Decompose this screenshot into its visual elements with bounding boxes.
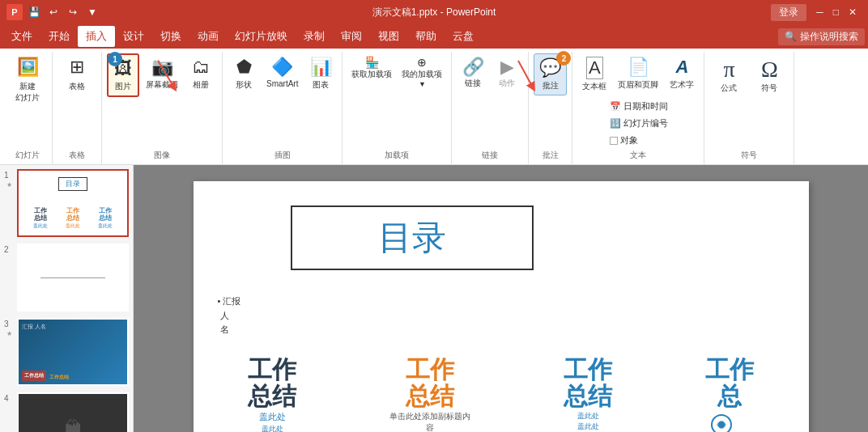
textbox-icon: A	[586, 57, 603, 79]
table-button[interactable]: ⊞ 表格	[57, 53, 96, 95]
new-slide-button[interactable]: 🖼️ 新建 幻灯片	[8, 53, 47, 107]
object-checkbox-icon	[610, 137, 618, 145]
menu-bar: 文件 开始 插入 设计 切换 动画 幻灯片放映 录制 审阅 视图 帮助 云盘 🔍…	[0, 24, 868, 49]
symbol-button[interactable]: Ω 符号	[750, 53, 789, 97]
redo-button[interactable]: ↪	[65, 4, 81, 20]
table-group-label: 表格	[69, 148, 85, 163]
ribbon-group-symbols: π 公式 Ω 符号 符号	[704, 52, 794, 164]
illustrations-group-label: 插图	[274, 148, 291, 163]
chart-icon: 📊	[310, 57, 332, 78]
slide-number-button[interactable]: 🔢 幻灯片编号	[605, 116, 673, 131]
ribbon-group-images: 1 🖼 图片 📷 屏幕截图 🗂 相册 图像	[102, 52, 223, 164]
addins-group-label: 加载项	[385, 148, 409, 163]
table-buttons: ⊞ 表格	[57, 53, 96, 148]
link-button[interactable]: 🔗 链接	[457, 53, 489, 92]
comment-badge: 2	[556, 51, 571, 66]
album-button[interactable]: 🗂 相册	[185, 53, 217, 94]
menu-cloud[interactable]: 云盘	[445, 26, 482, 47]
shapes-button[interactable]: ⬟ 形状	[228, 53, 260, 94]
album-icon: 🗂	[192, 57, 210, 78]
addins-buttons: 🏪 获取加载项 ⊕ 我的加载项 ▼	[347, 53, 446, 148]
work-item-3: 工作总结 盖此处 盖此处	[564, 356, 612, 432]
symbol-icon: Ω	[761, 57, 778, 83]
slide-number-icon: 🔢	[610, 118, 621, 129]
menu-transitions[interactable]: 切换	[152, 26, 189, 47]
menu-design[interactable]: 设计	[115, 26, 152, 47]
date-time-button[interactable]: 📅 日期和时间	[605, 99, 673, 114]
work-title-3: 工作总结	[564, 356, 612, 409]
menu-animations[interactable]: 动画	[189, 26, 227, 47]
textbox-button[interactable]: A 文本框	[577, 53, 611, 95]
menu-slideshow[interactable]: 幻灯片放映	[227, 26, 296, 47]
maximize-button[interactable]: □	[828, 6, 844, 18]
menu-help[interactable]: 帮助	[407, 26, 445, 47]
slide-title-text: 目录	[378, 215, 446, 260]
menu-view[interactable]: 视图	[370, 26, 407, 47]
slide-number-2: 2	[4, 244, 14, 254]
date-icon: 📅	[610, 101, 621, 112]
menu-record[interactable]: 录制	[296, 26, 333, 47]
menu-insert[interactable]: 插入	[78, 26, 115, 47]
work-title-4: 工作总	[705, 356, 754, 409]
window-title: 演示文稿1.pptx - PowerPoint	[372, 6, 496, 19]
menu-file[interactable]: 文件	[3, 26, 40, 47]
app-icon: P	[6, 4, 23, 20]
action-button[interactable]: ▶ 动作	[491, 53, 523, 92]
slides-buttons: 🖼️ 新建 幻灯片	[8, 53, 47, 148]
save-button[interactable]: 💾	[26, 4, 42, 20]
slide-canvas[interactable]: 目录 • 汇报 人 名 工作总结 盖此处 盖此处 工作总结 单击此处添加副标题内…	[194, 181, 809, 432]
minimize-button[interactable]: ─	[811, 6, 828, 18]
menu-review[interactable]: 审阅	[333, 26, 370, 47]
comments-group-label: 批注	[542, 148, 559, 163]
screenshot-icon: 📷	[151, 57, 173, 78]
text-buttons: A 文本框 📄 页眉和页脚 A 艺术字	[577, 53, 699, 95]
slide-image-3[interactable]: 汇报 人名 工作总结 工作总结	[17, 318, 129, 386]
work-item-4: 工作总 极光下载www.xz7.com	[705, 356, 754, 432]
slide-thumb-2[interactable]: 2	[4, 244, 129, 311]
picture-button[interactable]: 1 🖼 图片	[107, 53, 139, 97]
slide2-line	[40, 277, 105, 278]
svg-point-5	[718, 421, 725, 428]
work-items-row: 工作总结 盖此处 盖此处 工作总结 单击此处添加副标题内容 盖此处 工作总结 盖…	[194, 356, 809, 432]
close-button[interactable]: ✕	[844, 6, 862, 18]
ribbon-group-illustrations: ⬟ 形状 🔷 SmartArt 📊 图表 插图	[223, 52, 343, 164]
object-button[interactable]: 对象	[605, 133, 673, 148]
get-addins-button[interactable]: 🏪 获取加载项	[347, 53, 396, 83]
header-footer-button[interactable]: 📄 页眉和页脚	[613, 53, 663, 94]
slide-thumb-3[interactable]: 3 ★ 汇报 人名 工作总结 工作总结	[4, 318, 129, 386]
table-icon: ⊞	[70, 57, 84, 78]
picture-badge: 1	[108, 52, 122, 66]
chart-button[interactable]: 📊 图表	[304, 53, 337, 94]
wordart-button[interactable]: A 艺术字	[665, 53, 699, 94]
illustrations-buttons: ⬟ 形状 🔷 SmartArt 📊 图表	[228, 53, 337, 148]
logo-icon	[705, 413, 754, 432]
smartart-button[interactable]: 🔷 SmartArt	[262, 53, 303, 91]
text-group-label: 文本	[630, 148, 646, 163]
title-bar: P 💾 ↩ ↪ ▼ 演示文稿1.pptx - PowerPoint 登录 ─ □…	[0, 0, 868, 24]
slide-title-box[interactable]: 目录	[291, 205, 534, 270]
ribbon-group-slides: 🖼️ 新建 幻灯片 幻灯片	[3, 52, 53, 164]
images-group-label: 图像	[154, 148, 170, 163]
link-icon: 🔗	[462, 57, 484, 78]
undo-button[interactable]: ↩	[45, 4, 62, 20]
customize-button[interactable]: ▼	[84, 4, 100, 20]
wordart-icon: A	[676, 57, 689, 78]
links-group-label: 链接	[482, 148, 498, 163]
symbols-group-label: 符号	[741, 148, 757, 163]
links-buttons: 🔗 链接 ▶ 动作	[457, 53, 523, 148]
comment-button[interactable]: 2 💬 批注	[534, 53, 567, 95]
slide-image-1[interactable]: 目录 工作总结盖此处 工作总结盖此处 工作总结盖此处	[17, 169, 129, 237]
canvas-area: 目录 • 汇报 人 名 工作总结 盖此处 盖此处 工作总结 单击此处添加副标题内…	[134, 165, 868, 432]
symbols-buttons: π 公式 Ω 符号	[709, 53, 789, 148]
slide-number-4: 4	[4, 392, 14, 403]
formula-button[interactable]: π 公式	[709, 53, 748, 97]
slide-thumb-1[interactable]: 1 ★ 目录 工作总结盖此处 工作总结盖此处 工作总结盖此处	[4, 169, 129, 237]
slide-image-2[interactable]	[17, 244, 129, 311]
login-button[interactable]: 登录	[771, 4, 806, 21]
slide-thumb-4[interactable]: 4 🏔	[4, 392, 129, 432]
slide-image-4[interactable]: 🏔	[17, 392, 129, 432]
new-slide-icon: 🖼️	[17, 57, 39, 78]
my-addins-button[interactable]: ⊕ 我的加载项 ▼	[398, 53, 446, 91]
screenshot-button[interactable]: 📷 屏幕截图	[141, 53, 183, 94]
menu-home[interactable]: 开始	[40, 26, 78, 47]
